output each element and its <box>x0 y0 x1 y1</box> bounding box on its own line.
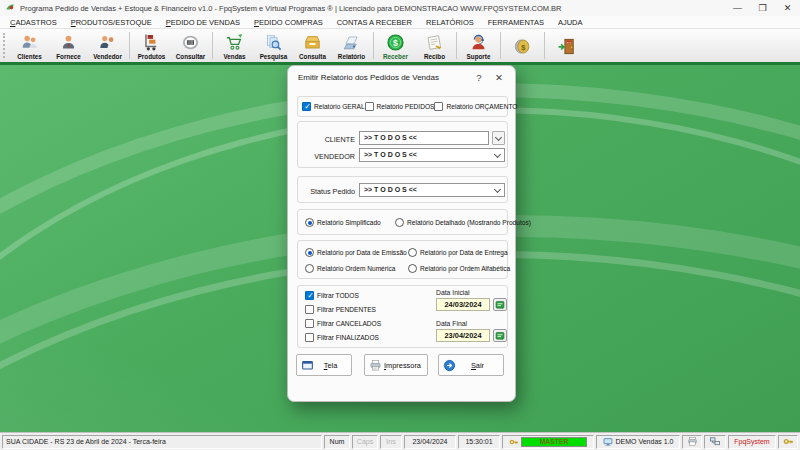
dialog-help-button[interactable]: ? <box>469 69 489 85</box>
radio-label: Relatório por Ordem Alfabética <box>420 265 510 272</box>
toolbar-button-sair-exit[interactable]: EXIT <box>547 29 586 62</box>
checkbox-filtrar-todos[interactable]: Filtrar TODOS <box>305 291 359 300</box>
data-inicial-field[interactable]: 24/03/2024 <box>436 298 490 311</box>
toolbar-button-clientes[interactable]: Clientes <box>10 29 49 62</box>
statusbar-caps: Caps <box>352 435 378 449</box>
radio-data-emissao[interactable]: Relatório por Data de Emissão <box>305 248 407 257</box>
client-seller-group: CLIENTE >> T O D O S << VENDEDOR >> T O … <box>297 121 508 168</box>
toolbar-button-label: Recibo <box>424 53 445 60</box>
checkbox-relatorio-orcamento[interactable]: Relatório ORÇAMENTO <box>434 102 517 111</box>
menu-cadastros[interactable]: CADASTROS <box>3 18 64 27</box>
cliente-combobox[interactable]: >> T O D O S << <box>359 131 489 145</box>
toolbar-button-label: Clientes <box>17 53 42 60</box>
status-group: Status Pedido >> T O D O S << <box>297 176 508 203</box>
checkbox-label: Filtrar TODOS <box>317 292 359 299</box>
toolbar-separator <box>129 32 130 59</box>
data-final-field[interactable]: 23/04/2024 <box>436 329 490 342</box>
checkbox-filtrar-cancelados[interactable]: Filtrar CANCELADOS <box>305 319 381 328</box>
checkbox-filtrar-finalizados[interactable]: Filtrar FINALIZADOS <box>305 333 379 342</box>
tela-button[interactable]: Tela <box>296 354 352 376</box>
toolbar-button-suporte[interactable]: Suporte <box>459 29 498 62</box>
statusbar: SUA CIDADE - RS 23 de Abril de 2024 - Te… <box>0 432 800 450</box>
vendedor-value: >> T O D O S << <box>364 149 495 161</box>
toolbar-button-produtos[interactable]: Produtos <box>132 29 171 62</box>
statusbar-user: MASTER <box>521 437 587 447</box>
menu-relatorios[interactable]: RELATÓRIOS <box>419 18 481 27</box>
statusbar-product-segment: DEMO Vendas 1.0 <box>596 435 680 449</box>
radio-ordem-alfabetica[interactable]: Relatório por Ordem Alfabética <box>408 264 510 273</box>
dialog-close-button[interactable]: ✕ <box>489 69 509 85</box>
checkbox-box <box>305 291 314 300</box>
printer-icon <box>687 436 698 447</box>
menu-produtos-estoque[interactable]: PRODUTOS/ESTOQUE <box>64 18 159 27</box>
toolbar-button-label: Fornece <box>56 53 81 60</box>
menu-pedido-compras[interactable]: PEDIDO COMPRAS <box>247 18 330 27</box>
menu-pedido-de-vendas[interactable]: PEDIDO DE VENDAS <box>159 18 247 27</box>
toolbar-button-consultar[interactable]: Consultar <box>171 29 210 62</box>
menu-contas-a-receber[interactable]: CONTAS A RECEBER <box>330 18 419 27</box>
radio-data-entrega[interactable]: Relatório por Data de Entrega <box>408 248 508 257</box>
checkbox-label: Filtrar PENDENTES <box>317 306 376 313</box>
sair-button[interactable]: Sair <box>438 354 504 376</box>
menu-ajuda[interactable]: AJUDA <box>551 18 590 27</box>
radio-circle <box>305 248 314 257</box>
calendar-icon <box>495 300 505 310</box>
toolbar-separator <box>212 32 213 59</box>
button-label: Impressora <box>382 361 423 370</box>
statusbar-ins: Ins <box>380 435 402 449</box>
statusbar-printer-segment[interactable] <box>682 435 702 449</box>
radio-circle <box>305 218 314 227</box>
close-button[interactable]: ✕ <box>775 0 800 16</box>
toolbar-button-consulta[interactable]: Consulta <box>293 29 332 62</box>
data-inicial-calendar-button[interactable] <box>493 298 507 311</box>
titlebar: Programa Pedido de Vendas + Estoque & Fi… <box>0 0 800 16</box>
radio-relatorio-detalhado[interactable]: Relatório Detalhado (Mostrando Produtos) <box>395 218 531 227</box>
toolbar-button-relatorio[interactable]: Relatório <box>332 29 371 62</box>
cliente-dropdown-button[interactable] <box>492 131 505 145</box>
exit-door-icon: EXIT <box>557 37 576 56</box>
vendedor-combobox[interactable]: >> T O D O S << <box>359 148 505 162</box>
chevron-down-icon <box>494 150 501 157</box>
radio-ordem-numerica[interactable]: Relatório Ordem Numérica <box>305 264 395 273</box>
radio-label: Relatório por Data de Emissão <box>317 249 407 256</box>
toolbar-button-moedas[interactable]: $ <box>503 29 542 62</box>
toolbar-button-vendedor[interactable]: Vendedor <box>88 29 127 62</box>
toolbar-button-recibo[interactable]: Recibo <box>415 29 454 62</box>
radio-relatorio-simplificado[interactable]: Relatório Simplificado <box>305 218 381 227</box>
data-final-calendar-button[interactable] <box>493 329 507 342</box>
statusbar-network-segment[interactable] <box>704 435 726 449</box>
status-pedido-combobox[interactable]: >> T O D O S << <box>359 183 505 197</box>
toolbar-button-fornece[interactable]: Fornece <box>49 29 88 62</box>
sales-cart-icon <box>225 33 244 52</box>
status-pedido-value: >> T O D O S << <box>364 184 495 196</box>
app-window: Programa Pedido de Vendas + Estoque & Fi… <box>0 0 800 450</box>
order-group: Relatório por Data de Emissão Relatório … <box>297 240 508 279</box>
checkbox-relatorio-geral[interactable]: Relatório GERAL <box>302 102 365 111</box>
impressora-button[interactable]: Impressora <box>364 354 428 376</box>
checkbox-filtrar-pendentes[interactable]: Filtrar PENDENTES <box>305 305 376 314</box>
checkbox-label: Relatório ORÇAMENTO <box>446 103 517 110</box>
statusbar-user-segment: MASTER <box>502 435 594 449</box>
dialog-title: Emitir Relatório dos Pedidos de Vendas <box>298 73 469 82</box>
coin-icon: $ <box>513 37 532 56</box>
chevron-down-icon <box>494 185 501 192</box>
toolbar-button-label: Receber <box>383 53 408 60</box>
menu-ferramentas[interactable]: FERRAMENTAS <box>481 18 551 27</box>
maximize-button[interactable]: ❒ <box>750 0 775 16</box>
svg-text:$: $ <box>393 37 398 47</box>
statusbar-key-segment[interactable] <box>778 435 798 449</box>
checkbox-relatorio-pedidos[interactable]: Relatório PEDIDOS <box>365 102 435 111</box>
checkbox-label: Filtrar CANCELADOS <box>317 320 381 327</box>
toolbar-button-label: Pesquisa <box>260 53 288 60</box>
monitor-icon <box>603 437 613 447</box>
toolbar-button-receber[interactable]: $ Receber <box>376 29 415 62</box>
minimize-button[interactable]: — <box>725 0 750 16</box>
toolbar-separator <box>373 32 374 59</box>
toolbar-button-pesquisa[interactable]: Pesquisa <box>254 29 293 62</box>
radio-label: Relatório Detalhado (Mostrando Produtos) <box>407 219 531 226</box>
radio-circle <box>408 248 417 257</box>
checkbox-box <box>365 102 374 111</box>
key-icon <box>509 437 519 447</box>
toolbar-button-vendas[interactable]: Vendas <box>215 29 254 62</box>
clients-icon <box>20 33 39 52</box>
